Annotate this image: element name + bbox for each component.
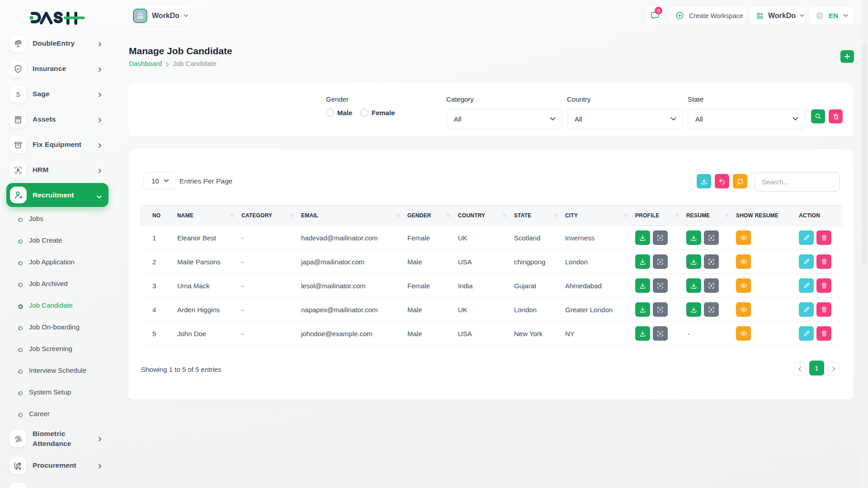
svg-text:S: S	[16, 91, 20, 98]
